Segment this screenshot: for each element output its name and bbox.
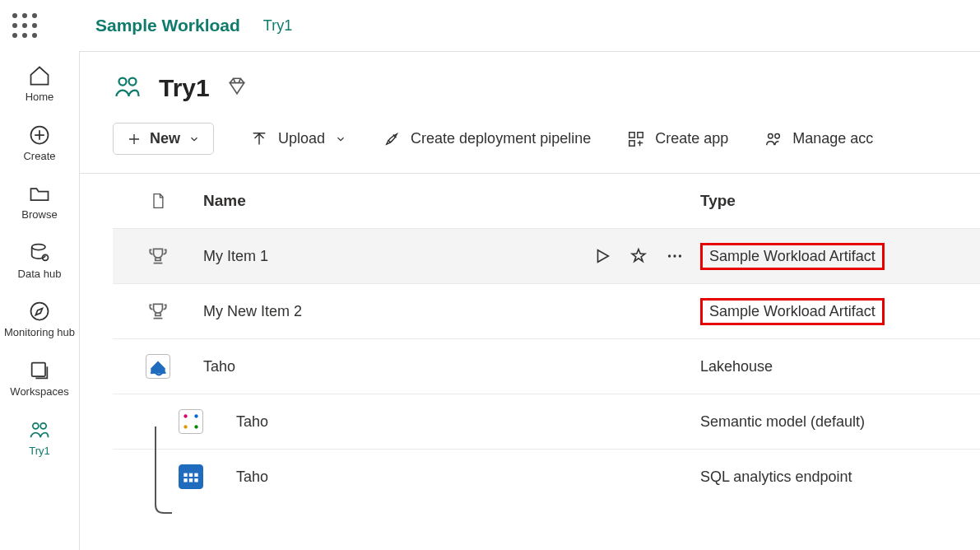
item-name[interactable]: My New Item 2 [203,303,552,320]
app-launcher-button[interactable] [10,11,39,40]
item-type: Sample Workload Artifact [700,298,980,325]
svg-point-3 [12,23,17,28]
list-header: Name Type [113,174,980,228]
premium-diamond-icon[interactable] [226,76,248,100]
item-type: Semantic model (default) [700,413,980,431]
nav-home[interactable]: Home [0,64,79,104]
workspace-name: Try1 [159,74,210,102]
new-button-label: New [150,130,180,147]
file-icon [150,192,166,210]
workspaces-icon [28,359,51,382]
list-row[interactable]: My Item 1 Sample Workload Artifact [113,228,980,283]
nav-create-label: Create [23,150,55,163]
workspace-toolbar: New Upload Create deployment pipeline Cr… [80,105,980,174]
column-icon[interactable] [113,192,203,210]
svg-rect-34 [189,478,193,482]
folder-icon [28,182,51,205]
rocket-icon [383,130,401,148]
svg-point-1 [22,13,27,18]
breadcrumb-workspace[interactable]: Try1 [263,17,292,35]
item-type: Sample Workload Artifact [700,243,980,270]
svg-rect-19 [638,132,643,137]
svg-rect-13 [32,363,45,376]
trophy-icon [147,245,169,267]
item-icon [113,301,203,322]
more-icon[interactable] [666,247,684,265]
nav-workspaces-label: Workspaces [10,385,68,399]
item-list: Name Type My Item 1 Sample Workload [80,174,980,550]
svg-point-6 [12,33,17,38]
list-row[interactable]: Taho Semantic model (default) [113,394,980,449]
item-name[interactable]: Taho [203,358,552,375]
nav-current-workspace[interactable]: Try1 [0,418,79,458]
svg-point-4 [22,23,27,28]
svg-point-23 [668,254,671,257]
createapp-label: Create app [655,130,728,147]
list-row[interactable]: Taho SQL analytics endpoint [113,449,980,504]
svg-point-0 [12,13,17,18]
chevron-down-icon [335,133,346,145]
svg-point-17 [129,78,137,86]
manage-access-button[interactable]: Manage acc [764,130,873,148]
nav-browse[interactable]: Browse [0,182,79,221]
column-name[interactable]: Name [203,192,552,210]
compass-icon [28,300,51,323]
item-icon [113,464,203,489]
upload-button[interactable]: Upload [250,130,346,148]
waffle-icon [10,11,39,40]
lakehouse-icon [146,354,170,379]
top-bar: Sample Workload Try1 [0,0,980,51]
svg-point-27 [194,414,197,417]
svg-rect-31 [189,473,193,477]
item-name[interactable]: Taho [203,413,552,431]
svg-point-21 [769,133,773,138]
svg-point-29 [194,425,197,428]
svg-rect-35 [194,478,197,482]
people-icon [28,418,51,441]
svg-point-2 [32,13,37,18]
item-type: Lakehouse [700,358,980,375]
home-icon [28,64,51,87]
database-icon [28,241,51,264]
play-icon[interactable] [593,247,611,265]
nav-browse-label: Browse [21,208,57,221]
item-type: SQL analytics endpoint [700,468,980,486]
svg-point-24 [673,254,676,257]
svg-rect-30 [183,473,187,477]
svg-point-16 [119,78,127,86]
manage-label: Manage acc [792,130,873,147]
item-name[interactable]: Taho [203,468,552,486]
svg-point-12 [31,303,49,320]
star-icon[interactable] [629,247,648,265]
svg-point-26 [183,414,187,417]
workspace-header: Try1 [80,52,980,105]
list-row[interactable]: My New Item 2 Sample Workload Artifact [113,283,980,338]
nav-datahub-label: Data hub [18,268,62,281]
svg-point-8 [32,33,37,38]
workspace-icon [113,72,142,105]
item-icon [113,354,203,379]
column-type[interactable]: Type [700,192,980,210]
svg-rect-20 [629,140,634,145]
svg-point-22 [775,133,780,138]
nav-monitoring[interactable]: Monitoring hub [0,300,79,339]
app-icon [627,130,645,148]
list-row[interactable]: Taho Lakehouse [113,338,980,394]
nav-workspaces[interactable]: Workspaces [0,359,79,399]
nav-create[interactable]: Create [0,124,79,163]
nav-datahub[interactable]: Data hub [0,241,79,281]
deploy-label: Create deployment pipeline [411,130,591,147]
svg-rect-32 [194,473,197,477]
new-button[interactable]: New [113,123,214,155]
svg-point-28 [183,425,187,428]
chevron-down-icon [188,133,200,145]
product-name[interactable]: Sample Workload [95,16,240,35]
create-app-button[interactable]: Create app [627,130,728,148]
create-pipeline-button[interactable]: Create deployment pipeline [383,130,591,148]
item-icon [113,409,203,434]
svg-point-15 [40,422,46,428]
people-icon [764,130,783,148]
nav-current-label: Try1 [29,445,50,458]
left-nav: Home Create Browse Data hub [0,51,79,550]
item-name[interactable]: My Item 1 [203,248,552,265]
